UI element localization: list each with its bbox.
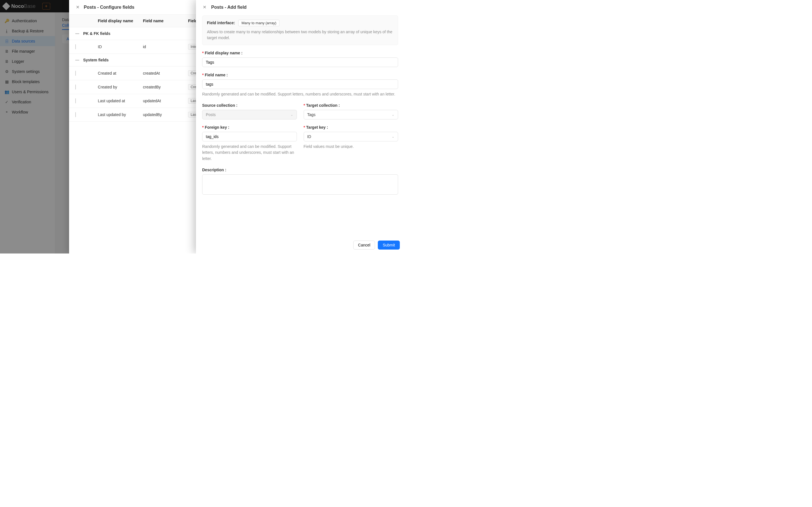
label-field-name: Field name : [202, 73, 398, 77]
label-source-collection: Source collection : [202, 103, 297, 108]
cell-display: Last updated by [98, 112, 143, 117]
label-foreign-key: Foreign key : [202, 125, 297, 129]
row-checkbox[interactable] [75, 71, 76, 76]
drawer-title: Posts - Add field [211, 5, 247, 10]
select-target-collection[interactable]: Tags ⌄ [304, 110, 398, 119]
cell-name: createdBy [143, 85, 188, 89]
cell-name: id [143, 45, 188, 49]
cell-name: createdAt [143, 71, 188, 75]
row-checkbox[interactable] [75, 112, 76, 117]
row-checkbox[interactable] [75, 44, 76, 49]
cell-name: updatedBy [143, 112, 188, 117]
close-icon[interactable]: ✕ [75, 4, 80, 10]
cell-name: updatedAt [143, 99, 188, 103]
drawer-add-field: ✕ Posts - Add field Field interface: Man… [196, 0, 406, 253]
chevron-down-icon: ⌄ [392, 113, 395, 117]
label-target-collection: Target collection : [304, 103, 398, 108]
input-field-name[interactable] [202, 79, 398, 89]
chevron-down-icon: ⌄ [290, 113, 293, 117]
label-target-key: Target key : [304, 125, 398, 129]
group-title: System fields [83, 58, 109, 62]
interface-value[interactable]: Many to many (array) [238, 20, 280, 26]
submit-button[interactable]: Submit [378, 240, 400, 249]
interface-label: Field interface: [207, 20, 235, 25]
select-value: Tags [307, 112, 316, 117]
interface-description: Allows to create many to many relationsh… [207, 29, 393, 41]
help-field-name: Randomly generated and can be modified. … [202, 91, 398, 98]
interface-info: Field interface: Many to many (array) Al… [202, 15, 398, 45]
collapse-icon[interactable]: — [75, 58, 79, 62]
col-display-name: Field display name [98, 18, 143, 23]
select-target-key[interactable]: ID ⌄ [304, 132, 398, 142]
cell-display: Created at [98, 71, 143, 75]
row-checkbox[interactable] [75, 84, 76, 90]
select-source-collection: Posts ⌄ [202, 110, 297, 119]
drawer-title: Posts - Configure fields [84, 5, 135, 10]
input-foreign-key[interactable] [202, 132, 297, 142]
input-display-name[interactable] [202, 57, 398, 67]
cell-display: ID [98, 45, 143, 49]
chevron-down-icon: ⌄ [392, 135, 395, 138]
help-foreign-key: Randomly generated and can be modified. … [202, 144, 297, 162]
close-icon[interactable]: ✕ [202, 4, 207, 10]
textarea-description[interactable] [202, 174, 398, 194]
row-checkbox[interactable] [75, 98, 76, 103]
label-description: Description : [202, 168, 398, 172]
group-title: PK & FK fields [83, 31, 110, 36]
collapse-icon[interactable]: — [75, 31, 79, 36]
cell-display: Last updated at [98, 99, 143, 103]
help-target-key: Field values must be unique. [304, 144, 398, 150]
cell-display: Created by [98, 85, 143, 89]
select-value: ID [307, 134, 311, 139]
cancel-button[interactable]: Cancel [353, 240, 375, 249]
col-field-name: Field name [143, 18, 188, 23]
select-value: Posts [206, 112, 216, 117]
label-display-name: Field display name : [202, 51, 398, 55]
